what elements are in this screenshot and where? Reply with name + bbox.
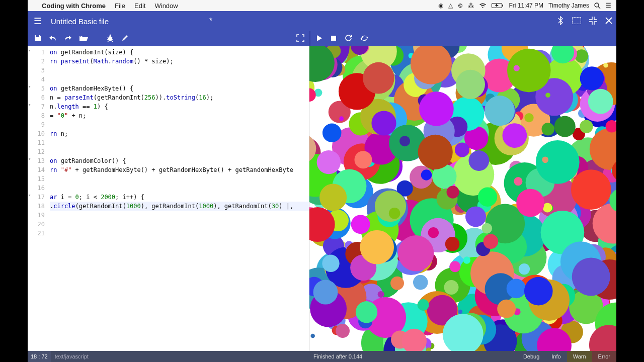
svg-point-394 bbox=[371, 111, 396, 135]
svg-point-326 bbox=[455, 142, 469, 157]
code-editor[interactable]: ▾▾▾▾▾ 123456789101112131415161718192021 … bbox=[28, 46, 309, 351]
fullscreen-icon[interactable] bbox=[296, 34, 304, 44]
svg-point-401 bbox=[428, 227, 439, 238]
hamburger-icon[interactable]: ☰ bbox=[28, 16, 48, 27]
svg-point-378 bbox=[322, 255, 339, 272]
app-titlebar: ☰ Untitled Basic file * bbox=[28, 11, 616, 31]
svg-point-196 bbox=[309, 88, 316, 102]
open-folder-icon[interactable] bbox=[79, 35, 88, 43]
svg-point-352 bbox=[554, 116, 576, 137]
document-title: Untitled Basic file bbox=[51, 17, 109, 26]
svg-point-337 bbox=[339, 116, 344, 121]
svg-point-359 bbox=[398, 235, 434, 271]
svg-point-321 bbox=[351, 215, 370, 234]
close-icon[interactable] bbox=[605, 17, 612, 26]
auto-reload-icon[interactable] bbox=[360, 34, 368, 44]
svg-point-338 bbox=[507, 49, 551, 93]
svg-rect-4 bbox=[573, 17, 581, 24]
info-button[interactable]: Info bbox=[545, 351, 567, 362]
svg-point-400 bbox=[418, 135, 453, 169]
cursor-position: 18 : 72 bbox=[28, 351, 51, 362]
menu-icon[interactable]: ☰ bbox=[606, 2, 611, 9]
svg-point-211 bbox=[390, 277, 404, 290]
menubar-app[interactable]: Coding with Chrome bbox=[42, 2, 106, 10]
svg-rect-1 bbox=[502, 5, 503, 7]
svg-point-398 bbox=[524, 277, 553, 306]
warn-button[interactable]: Warn bbox=[567, 351, 592, 362]
svg-point-373 bbox=[313, 280, 338, 305]
svg-point-403 bbox=[413, 275, 428, 290]
svg-point-367 bbox=[419, 92, 454, 126]
menubar-clock[interactable]: Fri 11:47 PM bbox=[509, 2, 543, 9]
svg-point-294 bbox=[323, 123, 341, 142]
svg-point-310 bbox=[310, 334, 315, 338]
battery-icon[interactable] bbox=[492, 3, 504, 9]
svg-point-392 bbox=[336, 324, 350, 338]
undo-icon[interactable] bbox=[49, 35, 57, 43]
sync-icon[interactable]: ⊚ bbox=[458, 2, 463, 9]
redo-icon[interactable] bbox=[64, 35, 72, 43]
svg-point-253 bbox=[481, 223, 492, 234]
svg-point-380 bbox=[588, 89, 613, 114]
svg-point-364 bbox=[444, 280, 459, 295]
svg-point-331 bbox=[445, 237, 460, 251]
svg-point-374 bbox=[399, 136, 410, 146]
error-button[interactable]: Error bbox=[592, 351, 616, 362]
bluetooth-app-icon[interactable] bbox=[557, 16, 564, 27]
save-icon[interactable] bbox=[34, 34, 42, 44]
svg-point-353 bbox=[484, 234, 499, 249]
svg-point-406 bbox=[363, 62, 394, 94]
svg-point-185 bbox=[524, 113, 533, 122]
reload-icon[interactable] bbox=[345, 34, 352, 43]
run-statusbar: Finished after 0.144 Debug Info Warn Err… bbox=[309, 351, 616, 362]
menubar-user[interactable]: Timothy James bbox=[548, 2, 589, 9]
language-mode[interactable]: text/javascript bbox=[51, 353, 93, 359]
svg-rect-6 bbox=[331, 36, 336, 41]
collapse-icon[interactable] bbox=[589, 17, 597, 26]
line-gutter: 123456789101112131415161718192021 bbox=[33, 46, 48, 351]
screencast-icon[interactable]: ◉ bbox=[438, 2, 443, 9]
layout-select-icon[interactable] bbox=[572, 17, 581, 26]
svg-point-377 bbox=[507, 279, 526, 299]
menubar-window[interactable]: Window bbox=[154, 2, 178, 10]
svg-point-387 bbox=[465, 206, 486, 227]
svg-point-5 bbox=[108, 36, 112, 41]
menubar-file[interactable]: File bbox=[115, 2, 125, 10]
debug-button[interactable]: Debug bbox=[517, 351, 545, 362]
spotlight-icon[interactable] bbox=[594, 3, 601, 9]
svg-point-399 bbox=[497, 300, 516, 318]
debug-bug-icon[interactable] bbox=[106, 34, 114, 44]
svg-line-3 bbox=[598, 7, 600, 9]
svg-point-271 bbox=[468, 150, 489, 171]
svg-point-325 bbox=[449, 261, 460, 272]
svg-point-345 bbox=[516, 189, 544, 217]
bluetooth-icon[interactable]: ⁂ bbox=[468, 2, 474, 9]
svg-point-402 bbox=[589, 325, 616, 351]
menubar-edit[interactable]: Edit bbox=[134, 2, 145, 10]
svg-point-320 bbox=[571, 169, 611, 210]
svg-point-348 bbox=[456, 70, 485, 99]
edit-pencil-icon[interactable] bbox=[121, 34, 129, 43]
svg-point-370 bbox=[389, 208, 400, 219]
macos-menubar: Coding with Chrome File Edit Window ◉ △ … bbox=[28, 0, 616, 11]
svg-point-299 bbox=[503, 123, 527, 148]
play-icon[interactable] bbox=[316, 35, 323, 43]
svg-point-366 bbox=[514, 65, 520, 71]
toolbar bbox=[28, 31, 616, 46]
stop-icon[interactable] bbox=[331, 35, 337, 43]
svg-point-298 bbox=[421, 169, 432, 180]
unsaved-indicator: * bbox=[209, 17, 212, 26]
svg-point-350 bbox=[478, 188, 497, 207]
svg-point-371 bbox=[572, 257, 610, 296]
wifi-icon[interactable] bbox=[479, 3, 487, 9]
svg-point-369 bbox=[580, 66, 604, 90]
gdrive-icon[interactable]: △ bbox=[448, 2, 453, 9]
svg-point-357 bbox=[447, 186, 459, 198]
svg-point-137 bbox=[580, 120, 593, 133]
svg-point-382 bbox=[603, 63, 608, 68]
run-status: Finished after 0.144 bbox=[309, 353, 517, 359]
editor-statusbar: 18 : 72 text/javascript bbox=[28, 351, 309, 362]
svg-point-275 bbox=[378, 291, 384, 298]
svg-point-240 bbox=[514, 177, 522, 186]
svg-point-115 bbox=[541, 123, 554, 135]
